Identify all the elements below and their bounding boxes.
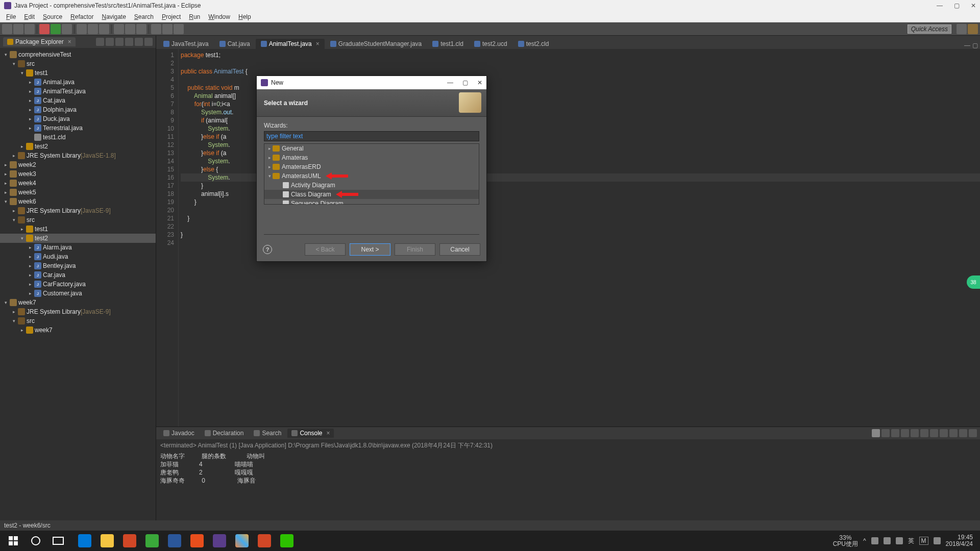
next-button[interactable]: Next > [350, 243, 390, 256]
tree-item[interactable]: ▾comprehensiveTest [0, 50, 156, 59]
tree-item[interactable]: ▾test2 [0, 234, 156, 243]
menu-run[interactable]: Run [185, 13, 204, 20]
paint-app[interactable] [232, 532, 252, 549]
annotation-icon[interactable] [125, 24, 135, 34]
taskbar-clock[interactable]: 19:45 2018/4/24 [946, 534, 973, 547]
ime-lang[interactable]: 英 [908, 537, 914, 545]
tree-item[interactable]: ▾src [0, 215, 156, 224]
remove-launch-icon[interactable] [881, 429, 890, 437]
console-output[interactable]: <terminated> AnimalTest (1) [Java Applic… [156, 439, 980, 520]
wizard-tree-item[interactable]: Sequence Diagram [264, 199, 479, 205]
tray-chevron-icon[interactable]: ^ [863, 537, 866, 544]
back-button[interactable]: < Back [305, 243, 346, 256]
maximize-view-icon[interactable] [144, 38, 153, 46]
view-tab-search[interactable]: Search [250, 429, 285, 438]
editor-tab[interactable]: test2.ucd [469, 39, 512, 49]
tree-item[interactable]: ▸AnimalTest.java [0, 87, 156, 96]
tree-item[interactable]: ▸Bentley.java [0, 261, 156, 270]
minimize-button[interactable]: — [447, 79, 453, 86]
tree-item[interactable]: ▸Car.java [0, 270, 156, 280]
tree-item[interactable]: ▾src [0, 59, 156, 68]
debug-icon[interactable] [39, 24, 50, 34]
view-menu-icon[interactable] [125, 38, 133, 46]
network-icon[interactable] [884, 537, 891, 544]
clear-console-icon[interactable] [901, 429, 909, 437]
wizard-tree[interactable]: ▸General▸Amateras▸AmaterasERD▾AmaterasUM… [264, 143, 479, 205]
quick-access-field[interactable]: Quick Access [908, 24, 951, 34]
view-tab-declaration[interactable]: Declaration [201, 429, 248, 438]
word-app[interactable] [164, 532, 185, 549]
editor-tab[interactable]: Cat.java [214, 39, 255, 49]
tree-item[interactable]: ▾week6 [0, 197, 156, 206]
tree-item[interactable]: ▾week7 [0, 298, 156, 307]
edge-app[interactable] [75, 532, 95, 549]
wizard-filter-input[interactable] [264, 131, 479, 141]
view-tab-javadoc[interactable]: Javadoc [159, 429, 199, 438]
close-button[interactable]: ✕ [477, 79, 482, 86]
save-all-icon[interactable] [24, 24, 35, 34]
new-console-icon[interactable] [949, 429, 958, 437]
cancel-button[interactable]: Cancel [439, 243, 480, 256]
editor-tab[interactable]: JavaTest.java [158, 39, 214, 49]
minimize-editor-icon[interactable]: — [964, 42, 970, 49]
menu-edit[interactable]: Edit [20, 13, 39, 20]
tree-item[interactable]: ▸week2 [0, 160, 156, 169]
new-package-icon[interactable] [77, 24, 87, 34]
tree-item[interactable]: ▸Audi.java [0, 252, 156, 261]
run-icon[interactable] [51, 24, 61, 34]
maximize-button[interactable]: ▢ [462, 79, 468, 86]
start-button[interactable] [3, 532, 23, 549]
maximize-editor-icon[interactable]: ▢ [972, 42, 978, 49]
close-button[interactable]: ✕ [971, 2, 976, 9]
open-type-icon[interactable] [99, 24, 109, 34]
menu-project[interactable]: Project [158, 13, 185, 20]
wizard-tree-item[interactable]: ▸Amateras [264, 153, 479, 162]
power-icon[interactable] [871, 537, 878, 544]
close-icon[interactable]: × [326, 430, 330, 437]
tree-item[interactable]: ▸test1 [0, 224, 156, 234]
last-edit-icon[interactable] [151, 24, 161, 34]
floating-badge[interactable]: 38 [967, 276, 980, 289]
menu-search[interactable]: Search [130, 13, 158, 20]
menu-window[interactable]: Window [204, 13, 234, 20]
search-icon[interactable] [114, 24, 124, 34]
save-icon[interactable] [13, 24, 23, 34]
wizard-tree-item[interactable]: Activity Diagram [264, 181, 479, 190]
onenote-app[interactable] [142, 532, 162, 549]
minimize-view-icon[interactable] [135, 38, 143, 46]
close-icon[interactable]: × [68, 38, 71, 45]
package-explorer-tab[interactable]: Package Explorer × [3, 37, 76, 46]
coverage-icon[interactable] [62, 24, 72, 34]
java-perspective-icon[interactable] [968, 24, 978, 34]
tree-item[interactable]: test1.cld [0, 133, 156, 142]
menu-refactor[interactable]: Refactor [66, 13, 97, 20]
open-perspective-icon[interactable] [957, 24, 967, 34]
snip-app[interactable] [254, 532, 275, 549]
editor-tab[interactable]: test1.cld [427, 39, 469, 49]
menu-file[interactable]: File [2, 13, 20, 20]
menu-source[interactable]: Source [39, 13, 66, 20]
wizard-tree-item[interactable]: Class Diagram [264, 190, 479, 199]
package-tree[interactable]: ▾comprehensiveTest▾src▾test1▸Animal.java… [0, 48, 156, 520]
menu-navigate[interactable]: Navigate [97, 13, 130, 20]
tree-item[interactable]: ▸Customer.java [0, 289, 156, 298]
focus-icon[interactable] [115, 38, 124, 46]
task-view-button[interactable] [48, 532, 68, 549]
cortana-button[interactable] [26, 532, 46, 549]
collapse-all-icon[interactable] [96, 38, 104, 46]
tree-item[interactable]: ▸week7 [0, 325, 156, 335]
toggle-icon[interactable] [136, 24, 146, 34]
link-editor-icon[interactable] [106, 38, 114, 46]
terminate-icon[interactable] [872, 429, 880, 437]
tree-item[interactable]: ▸Duck.java [0, 114, 156, 123]
tree-item[interactable]: ▸Dolphin.java [0, 105, 156, 114]
tree-item[interactable]: ▾src [0, 316, 156, 325]
min-view-icon[interactable] [959, 429, 967, 437]
tree-item[interactable]: ▸week3 [0, 169, 156, 179]
finish-button[interactable]: Finish [395, 243, 435, 256]
tree-item[interactable]: ▸Cat.java [0, 96, 156, 105]
open-console-icon[interactable] [940, 429, 948, 437]
new-icon[interactable] [2, 24, 12, 34]
explorer-app[interactable] [97, 532, 117, 549]
close-icon[interactable]: × [316, 40, 320, 47]
